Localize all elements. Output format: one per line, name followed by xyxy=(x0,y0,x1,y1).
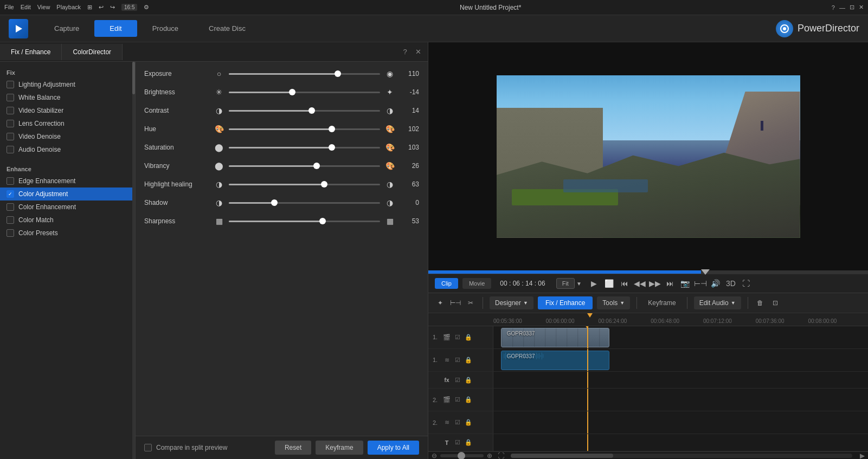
compare-checkbox[interactable] xyxy=(144,444,152,451)
fx-lock-icon[interactable]: 🔒 xyxy=(464,376,473,384)
play-button[interactable]: ▶ xyxy=(588,277,600,289)
audio-track-wave-icon[interactable]: ≋ xyxy=(442,355,451,364)
adj-slider-contrast[interactable] xyxy=(229,106,380,115)
adj-slider-shadow[interactable] xyxy=(229,198,380,207)
audio-button[interactable]: 🔊 xyxy=(710,277,722,289)
lens-correction-checkbox[interactable] xyxy=(7,120,14,127)
move-tool-icon[interactable]: ✦ xyxy=(435,298,446,308)
adj-thumb-highlight_healing[interactable] xyxy=(321,181,327,188)
sidebar-item-lighting[interactable]: Lighting Adjustment xyxy=(0,78,135,91)
multicam-icon[interactable]: ⊡ xyxy=(770,298,781,308)
sidebar-scroll-thumb[interactable] xyxy=(132,62,135,94)
timeline-scrollbar[interactable]: ⊖ ⊕ ⛶ ▶ xyxy=(428,451,868,459)
color-director-tab[interactable]: ColorDirector xyxy=(62,44,123,60)
sidebar-item-audio-denoise[interactable]: Audio Denoise xyxy=(0,143,135,156)
designer-dropdown[interactable]: Designer ▼ xyxy=(490,296,533,309)
adj-slider-vibrancy[interactable] xyxy=(229,161,380,170)
video-stabilizer-checkbox[interactable] xyxy=(7,107,14,114)
sidebar-item-color-presets[interactable]: Color Presets xyxy=(0,227,135,240)
fit-timeline-icon[interactable]: ⛶ xyxy=(496,452,506,460)
fix-enhance-button[interactable]: Fix / Enhance xyxy=(538,296,593,309)
adj-thumb-exposure[interactable] xyxy=(335,70,341,77)
timeline-horizontal-scrollbar[interactable] xyxy=(511,454,852,458)
fit-button[interactable]: Fit xyxy=(556,278,575,289)
video-track-lock-icon[interactable]: 🔒 xyxy=(464,333,473,341)
adj-thumb-saturation[interactable] xyxy=(329,144,335,151)
3d-button[interactable]: 3D xyxy=(725,277,737,289)
sidebar-item-edge-enhancement[interactable]: Edge Enhancement xyxy=(0,174,135,188)
timeline-scrollthumb[interactable] xyxy=(511,454,613,458)
sidebar-item-white-balance[interactable]: White Balance xyxy=(0,91,135,104)
cut-tool-icon[interactable]: ✂ xyxy=(465,298,476,308)
nav-tab-produce[interactable]: Produce xyxy=(137,20,194,37)
adj-slider-saturation[interactable] xyxy=(229,143,380,152)
keyframe-button[interactable]: Keyframe xyxy=(316,441,363,455)
preview-progress-bar[interactable] xyxy=(428,270,868,274)
audio2-track-check-icon[interactable]: ☑ xyxy=(453,418,462,427)
delete-icon[interactable]: 🗑 xyxy=(755,298,766,308)
edit-audio-dropdown[interactable]: Edit Audio ▼ xyxy=(694,296,741,309)
keyframe-icon[interactable]: Keyframe xyxy=(644,298,680,308)
sidebar-item-color-adjustment[interactable]: Color Adjustment xyxy=(0,188,135,201)
maximize-btn[interactable]: ⊡ xyxy=(850,4,854,11)
audio-track-lock-icon[interactable]: 🔒 xyxy=(464,355,473,364)
toolbar-icon-ratio[interactable]: 16:5 xyxy=(121,4,137,11)
video-track-camera-icon[interactable]: 🎬 xyxy=(442,333,451,341)
video2-track-lock-icon[interactable]: 🔒 xyxy=(464,396,473,404)
adj-slider-sharpness[interactable] xyxy=(229,217,380,225)
sidebar-item-lens-correction[interactable]: Lens Correction xyxy=(0,117,135,130)
toolbar-icon-settings[interactable]: ⚙ xyxy=(144,4,149,11)
help-btn[interactable]: ? xyxy=(832,4,835,11)
compare-split-preview[interactable]: Compare in split preview xyxy=(144,444,227,451)
adj-thumb-sharpness[interactable] xyxy=(319,218,326,224)
video-track-check-icon[interactable]: ☑ xyxy=(453,333,462,341)
zoom-in-icon[interactable]: ⊕ xyxy=(484,452,496,460)
movie-view-button[interactable]: Movie xyxy=(462,278,491,289)
fx-icon[interactable]: fx xyxy=(442,376,451,384)
video2-track-camera-icon[interactable]: 🎬 xyxy=(442,396,451,404)
video-clip-gopr0337[interactable]: GOPR0337 xyxy=(501,328,609,347)
adj-slider-exposure[interactable] xyxy=(229,69,380,78)
toolbar-icon-snapshot[interactable]: ⊞ xyxy=(87,4,92,11)
adj-thumb-brightness[interactable] xyxy=(289,89,295,95)
clip-view-button[interactable]: Clip xyxy=(435,278,458,289)
color-presets-checkbox[interactable] xyxy=(7,229,14,237)
text-lock-icon[interactable]: 🔒 xyxy=(464,438,473,447)
next-frame-button[interactable]: ▶▶ xyxy=(649,277,661,289)
trim-tool-icon[interactable]: ⊢⊣ xyxy=(450,298,461,308)
step-back-button[interactable]: ⏮ xyxy=(619,277,631,289)
zoom-thumb[interactable] xyxy=(458,452,465,460)
tools-dropdown[interactable]: Tools ▼ xyxy=(597,296,630,309)
snapshot-button[interactable]: 📷 xyxy=(679,277,691,289)
adj-slider-brightness[interactable] xyxy=(229,88,380,96)
adj-thumb-vibrancy[interactable] xyxy=(313,163,320,169)
menu-edit[interactable]: Edit xyxy=(21,4,31,11)
text-icon[interactable]: T xyxy=(442,438,451,447)
sidebar-item-video-denoise[interactable]: Video Denoise xyxy=(0,130,135,143)
adj-slider-highlight_healing[interactable] xyxy=(229,180,380,189)
audio-denoise-checkbox[interactable] xyxy=(7,146,14,153)
audio-clip-gopr0337[interactable]: GOPR0337 xyxy=(501,351,609,370)
menu-view[interactable]: View xyxy=(37,4,50,11)
audio-track-check-icon[interactable]: ☑ xyxy=(453,355,462,364)
video2-track-check-icon[interactable]: ☑ xyxy=(453,396,462,404)
step-forward-button[interactable]: ⏭ xyxy=(664,277,676,289)
adj-thumb-shadow[interactable] xyxy=(271,199,278,206)
prev-frame-button[interactable]: ◀◀ xyxy=(634,277,646,289)
sidebar-item-video-stabilizer[interactable]: Video Stabilizer xyxy=(0,104,135,117)
trim-marker-button[interactable]: ⊢⊣ xyxy=(695,277,706,289)
color-enhancement-checkbox[interactable] xyxy=(7,203,14,211)
panel-close-icon[interactable]: ✕ xyxy=(413,47,423,57)
audio2-track-lock-icon[interactable]: 🔒 xyxy=(464,418,473,427)
zoom-slider[interactable] xyxy=(440,454,484,457)
fix-enhance-tab[interactable]: Fix / Enhance xyxy=(0,44,62,60)
menu-file[interactable]: File xyxy=(4,4,14,11)
video-denoise-checkbox[interactable] xyxy=(7,133,14,140)
color-adjustment-checkbox[interactable] xyxy=(7,190,14,198)
text-check-icon[interactable]: ☑ xyxy=(453,438,462,447)
adj-slider-hue[interactable] xyxy=(229,125,380,133)
toolbar-icon-redo[interactable]: ↪ xyxy=(110,4,115,11)
reset-button[interactable]: Reset xyxy=(275,441,311,455)
stop-button[interactable]: ⬜ xyxy=(603,277,615,289)
adj-thumb-hue[interactable] xyxy=(329,126,335,132)
